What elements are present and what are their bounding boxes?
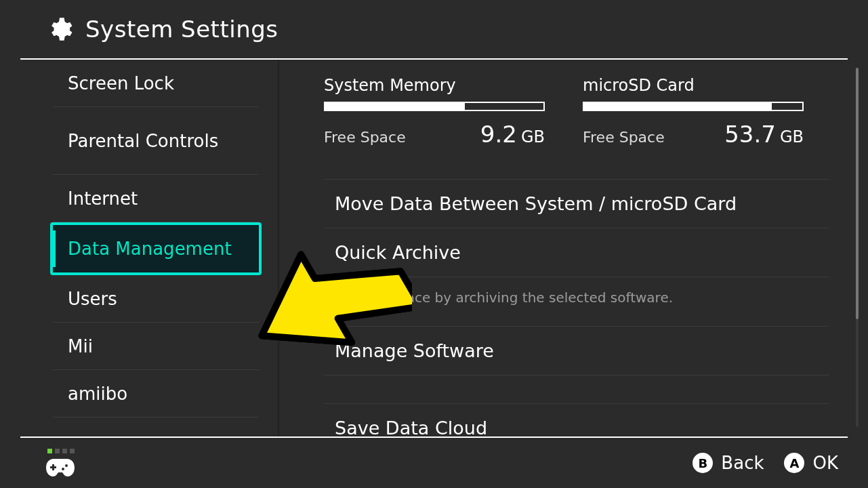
free-space-label: Free Space	[583, 129, 665, 146]
storage-system-memory: System Memory Free Space 9.2GB	[324, 76, 545, 148]
page-title: System Settings	[85, 16, 278, 43]
footer: B Back A OK	[0, 438, 868, 488]
sidebar-item-label: Screen Lock	[68, 73, 174, 94]
free-space-label: Free Space	[324, 129, 406, 146]
sidebar-item-label: Mii	[68, 336, 93, 357]
sidebar-item-parental-controls[interactable]: Parental Controls	[53, 107, 259, 175]
annotation-arrow-icon	[236, 247, 412, 385]
sidebar-item-label: Internet	[68, 188, 138, 209]
scrollbar[interactable]	[856, 68, 859, 427]
sidebar-item-amiibo[interactable]: amiibo	[53, 370, 259, 418]
a-button-icon: A	[784, 453, 804, 473]
storage-title: microSD Card	[583, 76, 804, 95]
item-move-data[interactable]: Move Data Between System / microSD Card	[324, 179, 829, 228]
storage-title: System Memory	[324, 76, 545, 95]
ok-button[interactable]: A OK	[784, 453, 838, 473]
back-button[interactable]: B Back	[693, 453, 764, 473]
item-label: Save Data Cloud	[335, 418, 487, 438]
button-label: Back	[721, 453, 764, 473]
storage-microsd-card: microSD Card Free Space 53.7GB	[583, 76, 804, 148]
sidebar-item-screen-lock[interactable]: Screen Lock	[53, 60, 259, 107]
button-label: OK	[812, 453, 838, 473]
sidebar-item-label: amiibo	[68, 384, 127, 404]
svg-marker-0	[236, 247, 412, 382]
scrollbar-thumb[interactable]	[856, 68, 859, 319]
sidebar-item-users[interactable]: Users	[53, 275, 259, 323]
item-save-data-cloud[interactable]: Save Data Cloud	[324, 403, 829, 438]
item-label: Move Data Between System / microSD Card	[335, 193, 737, 214]
body: Screen Lock Parental Controls Internet D…	[0, 60, 868, 438]
free-space-value: 9.2GB	[480, 121, 545, 148]
sidebar-item-label: Data Management	[68, 239, 232, 259]
sidebar-item-data-management[interactable]: Data Management	[50, 222, 262, 275]
storage-bar-fill	[325, 103, 465, 110]
sidebar-item-label: Parental Controls	[68, 131, 218, 151]
gear-icon	[46, 16, 73, 43]
free-space-value: 53.7GB	[724, 121, 804, 148]
sidebar-item-mii[interactable]: Mii	[53, 323, 259, 370]
controller-status	[45, 449, 76, 478]
player-indicator	[47, 449, 75, 453]
storage-bar-fill	[584, 103, 772, 110]
sidebar-item-internet[interactable]: Internet	[53, 175, 259, 222]
sidebar-item-label: Users	[68, 289, 117, 309]
storage-bar	[583, 102, 804, 111]
controller-icon	[45, 458, 76, 478]
header: System Settings	[20, 0, 848, 58]
b-button-icon: B	[693, 453, 713, 473]
storage-row: System Memory Free Space 9.2GB microSD C…	[324, 76, 829, 148]
storage-bar	[324, 102, 545, 111]
